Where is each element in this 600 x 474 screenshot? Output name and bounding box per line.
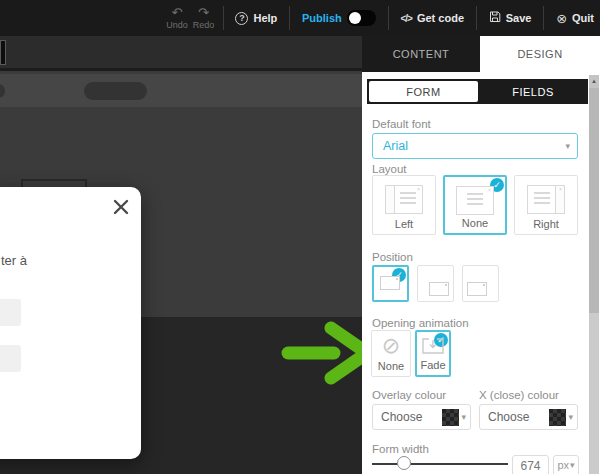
scroll-up-button[interactable]: ▲ (589, 75, 599, 88)
tiny-close-icon: × (559, 187, 562, 191)
preview-nav-band (0, 74, 362, 107)
publish-label: Publish (302, 12, 342, 24)
preview-nav-pill-edge (0, 84, 5, 98)
layout-label: Layout (372, 163, 407, 175)
modal-input-field[interactable] (0, 299, 21, 326)
save-label: Save (506, 12, 532, 24)
form-width-value[interactable]: 674 (512, 455, 549, 474)
toolbar-divider (543, 6, 544, 30)
subtab-form[interactable]: FORM (369, 81, 478, 102)
help-icon: ? (235, 12, 248, 25)
scrollbar-thumb[interactable] (589, 88, 599, 313)
form-fields-switch: FORM FIELDS (367, 79, 588, 104)
x-close-colour-select[interactable]: Choose ▾ (479, 404, 578, 430)
preview-header-chip (0, 40, 6, 65)
layout-left-thumbnail: × (385, 185, 423, 214)
publish-toggle[interactable] (347, 10, 376, 26)
overlay-colour-value: Choose (381, 410, 422, 424)
design-panel: CONTENT DESIGN FORM FIELDS Default font … (362, 36, 600, 474)
panel-scrollbar[interactable]: ▲ (589, 75, 599, 474)
layout-option-left[interactable]: × Left (372, 175, 436, 235)
fade-icon (422, 338, 444, 359)
panel-tabbar: CONTENT DESIGN (362, 36, 600, 72)
help-label: Help (253, 12, 277, 24)
save-icon (489, 11, 501, 25)
layout-none-thumbnail: × (456, 186, 494, 215)
get-code-button[interactable]: </> Get code (394, 12, 470, 24)
undo-icon: ↶ (171, 7, 182, 19)
toolbar-divider (223, 6, 224, 30)
default-font-value: Arial (383, 139, 408, 153)
x-close-colour-swatch (549, 409, 566, 426)
animation-none-label: None (372, 360, 410, 372)
tab-content[interactable]: CONTENT (362, 36, 480, 72)
overlay-colour-swatch (442, 409, 459, 426)
form-width-unit-select[interactable]: px ▾ (553, 455, 579, 474)
save-button[interactable]: Save (483, 11, 538, 25)
form-width-label: Form width (372, 443, 429, 455)
page-preview: ter à (0, 36, 362, 474)
quit-label: Quit (572, 12, 594, 24)
preview-site-header (0, 36, 362, 71)
redo-icon: ↷ (198, 7, 209, 19)
top-toolbar: ↶ Undo ↷ Redo ? Help Publish </> Get cod… (0, 0, 600, 36)
chevron-down-icon: ▾ (570, 460, 575, 470)
chevron-down-icon: ▾ (461, 412, 466, 422)
undo-label: Undo (166, 20, 188, 30)
toolbar-divider (388, 6, 389, 30)
modal-input-field[interactable] (0, 345, 21, 372)
code-icon: </> (400, 13, 411, 24)
position-bottom-right-thumbnail (429, 282, 449, 296)
opening-animation-label: Opening animation (372, 317, 469, 329)
toolbar-divider (289, 6, 290, 30)
form-width-unit: px (557, 459, 569, 471)
animation-option-fade[interactable]: ✓ Fade (415, 330, 451, 377)
tiny-close-icon: × (488, 188, 491, 192)
help-button[interactable]: ? Help (229, 12, 283, 25)
chevron-down-icon: ▾ (568, 412, 573, 422)
default-font-select[interactable]: Arial ▾ (372, 133, 578, 159)
animation-option-none[interactable]: ⊘ None (371, 330, 411, 377)
redo-label: Redo (193, 20, 215, 30)
subtab-fields[interactable]: FIELDS (478, 79, 588, 104)
redo-button[interactable]: ↷ Redo (190, 7, 217, 30)
default-font-label: Default font (372, 118, 431, 130)
position-option-center[interactable]: ✓ (372, 265, 409, 302)
layout-right-thumbnail: × (527, 185, 565, 214)
prohibit-icon: ⊘ (372, 334, 410, 358)
position-option-bottom-left[interactable] (462, 265, 499, 302)
quit-icon: ⊗ (556, 11, 567, 26)
undo-button[interactable]: ↶ Undo (164, 7, 191, 30)
toggle-knob (349, 12, 361, 24)
position-center-thumbnail (380, 276, 400, 290)
layout-none-label: None (445, 217, 505, 229)
form-preview-modal: ter à (0, 187, 141, 459)
toolbar-divider (476, 6, 477, 30)
form-width-slider-track[interactable] (372, 463, 508, 465)
modal-text-fragment: ter à (1, 253, 27, 268)
form-width-slider-knob[interactable] (397, 456, 411, 470)
preview-nav-pill (84, 82, 147, 100)
position-bottom-left-thumbnail (467, 282, 487, 296)
layout-option-right[interactable]: × Right (514, 175, 578, 235)
green-pointer-arrow (280, 318, 362, 388)
tiny-close-icon: × (417, 187, 420, 191)
overlay-colour-select[interactable]: Choose ▾ (372, 404, 471, 430)
x-close-colour-label: X (close) colour (479, 389, 559, 401)
x-close-colour-value: Choose (488, 410, 529, 424)
position-label: Position (372, 251, 413, 263)
tab-design[interactable]: DESIGN (480, 36, 600, 72)
position-option-bottom-right[interactable] (417, 265, 454, 302)
layout-right-label: Right (515, 218, 577, 230)
layout-left-label: Left (373, 218, 435, 230)
get-code-label: Get code (417, 12, 464, 24)
modal-close-icon[interactable] (112, 198, 130, 216)
chevron-down-icon: ▾ (565, 141, 570, 151)
publish-control: Publish (296, 10, 382, 26)
quit-button[interactable]: ⊗ Quit (550, 11, 600, 26)
animation-fade-label: Fade (417, 359, 449, 371)
overlay-colour-label: Overlay colour (372, 389, 446, 401)
layout-option-none[interactable]: ✓ × None (443, 175, 507, 235)
